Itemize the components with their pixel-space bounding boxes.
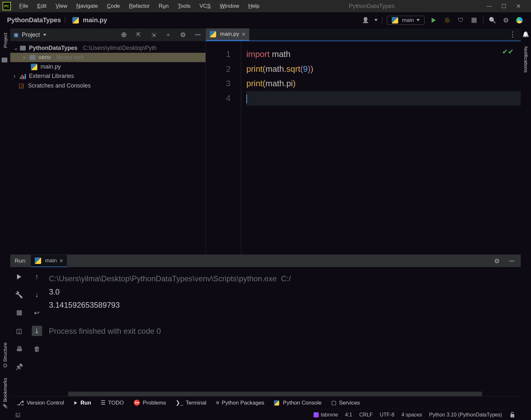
separator	[483, 16, 483, 24]
project-tool-button[interactable]: Project	[3, 31, 8, 50]
menu-refactor[interactable]: Refactor	[125, 2, 153, 11]
folder-icon	[30, 55, 35, 60]
print-icon[interactable]	[14, 344, 24, 354]
scroll-to-end-icon[interactable]	[32, 326, 42, 336]
run-settings-icon[interactable]	[492, 257, 501, 266]
menu-vcs[interactable]: VCS	[196, 2, 215, 11]
settings-icon[interactable]	[501, 16, 510, 25]
expand-all-icon[interactable]	[134, 30, 143, 39]
menu-tools[interactable]: Tools	[174, 2, 195, 11]
services-tool-button[interactable]: ▢Services	[331, 399, 360, 406]
run-tool-button[interactable]: Run	[74, 400, 91, 406]
pycharm-logo: PC	[3, 2, 11, 10]
console-scrollbar[interactable]	[68, 392, 482, 396]
python-interpreter[interactable]: Python 3.10 (PythonDataTypes)	[429, 412, 502, 418]
project-view-dropdown-icon[interactable]	[43, 34, 46, 36]
tabnine-widget[interactable]: tabnıne	[314, 412, 338, 418]
user-icon[interactable]	[361, 16, 370, 25]
console-output[interactable]: C:\Users\yilma\Desktop\PythonDataTypes\v…	[46, 267, 521, 392]
tree-scratches[interactable]: ◲ Scratches and Consoles	[10, 81, 206, 90]
layout-icon[interactable]	[14, 326, 24, 336]
editor-tab-main[interactable]: main.py	[206, 28, 249, 41]
tree-external-libs[interactable]: › External Libraries	[10, 71, 206, 81]
coverage-button[interactable]	[456, 16, 465, 25]
up-stack-icon[interactable]	[32, 272, 42, 282]
line-number: 1	[206, 47, 231, 62]
problems-tool-button[interactable]: Problems	[133, 399, 166, 406]
tree-venv[interactable]: › venv library root	[10, 53, 206, 62]
project-pane-title[interactable]: Project	[22, 32, 40, 38]
edit-run-config-icon[interactable]	[14, 290, 24, 300]
search-everywhere-icon[interactable]	[488, 16, 497, 25]
tab-close-icon[interactable]	[242, 31, 246, 38]
debug-button[interactable]	[443, 16, 452, 25]
window-minimize[interactable]: —	[487, 3, 492, 10]
project-settings-icon[interactable]	[179, 30, 188, 39]
down-stack-icon[interactable]	[32, 290, 42, 300]
run-tab-close-icon[interactable]	[60, 257, 63, 265]
run-hide-icon[interactable]	[507, 257, 516, 266]
window-maximize[interactable]: ☐	[501, 3, 507, 10]
python-packages-button[interactable]: Python Packages	[216, 400, 264, 406]
stop-button[interactable]	[470, 16, 479, 25]
bookmarks-tool-button[interactable]: Bookmarks	[2, 376, 8, 411]
tree-main-file[interactable]: main.py	[10, 62, 206, 71]
read-only-lock-icon[interactable]	[509, 412, 516, 418]
vcs-tool-button[interactable]: Version Control	[17, 399, 64, 407]
code-line-1: import math	[246, 47, 521, 62]
status-tool-windows-icon[interactable]: ◱	[15, 412, 20, 418]
menu-view[interactable]: View	[52, 2, 71, 11]
python-file-icon	[31, 64, 37, 70]
indent-setting[interactable]: 4 spaces	[401, 412, 422, 418]
menu-file[interactable]: FFileile	[15, 2, 32, 11]
hide-pane-icon[interactable]	[193, 30, 202, 39]
terminal-tool-button[interactable]: Terminal	[176, 399, 206, 406]
line-separator[interactable]: CRLF	[359, 412, 373, 418]
menu-code[interactable]: Code	[103, 2, 124, 11]
clear-all-icon[interactable]	[32, 344, 42, 354]
code-line-2: print(math.sqrt(9))	[246, 62, 521, 77]
pin-icon[interactable]	[14, 362, 24, 372]
code-area[interactable]: import math print(math.sqrt(9)) print(ma…	[241, 41, 521, 255]
todo-tool-button[interactable]: TODO	[101, 399, 124, 406]
jetbrains-toolbox-icon[interactable]	[515, 16, 524, 25]
folder-icon[interactable]	[2, 58, 7, 62]
run-config-selector[interactable]: main	[387, 16, 425, 25]
stop-process-icon[interactable]	[14, 308, 24, 318]
file-encoding[interactable]: UTF-8	[380, 412, 394, 418]
cursor-position[interactable]: 4:1	[345, 412, 352, 418]
inspections-ok-icon[interactable]: ✔✔	[502, 48, 514, 56]
tree-root[interactable]: ⌄ PythonDataTypes C:\Users\yilma\Desktop…	[10, 43, 206, 53]
tree-root-path: C:\Users\yilma\Desktop\Pyth	[83, 45, 157, 51]
soft-wrap-icon[interactable]	[32, 308, 42, 318]
structure-tool-button[interactable]: Structure	[2, 341, 8, 369]
python-file-icon	[72, 17, 79, 23]
menu-help[interactable]: Help	[244, 2, 263, 11]
code-line-3: print(math.pi)	[246, 76, 521, 91]
menu-window[interactable]: Window	[216, 2, 243, 11]
user-dropdown-icon[interactable]	[374, 19, 378, 21]
show-options-icon[interactable]	[164, 30, 173, 39]
notifications-bell-icon[interactable]	[522, 31, 529, 38]
status-bar: ◱ tabnıne 4:1 CRLF UTF-8 4 spaces Python…	[10, 409, 521, 420]
run-side-toolbar	[10, 267, 46, 392]
editor-tab-options-icon[interactable]	[505, 28, 521, 41]
console-exit: Process finished with exit code 0	[49, 327, 161, 335]
nav-bar: PythonDataTypes 〉 main.py main	[0, 12, 531, 28]
window-close[interactable]: ✕	[516, 3, 522, 10]
breadcrumb-project[interactable]: PythonDataTypes	[7, 16, 61, 24]
python-console-button[interactable]: Python Console	[274, 400, 322, 406]
menu-edit[interactable]: Edit	[33, 2, 50, 11]
rerun-button[interactable]	[14, 272, 24, 282]
collapse-all-icon[interactable]	[149, 30, 158, 39]
separator	[382, 16, 382, 24]
select-opened-file-icon[interactable]	[119, 30, 128, 39]
menu-run[interactable]: Run	[155, 2, 172, 11]
editor-body[interactable]: 1 2 3 4 import math print(math.sqrt(9)) …	[206, 41, 521, 255]
run-tab[interactable]: main	[31, 255, 67, 267]
menu-navigate[interactable]: Navigate	[72, 2, 102, 11]
breadcrumb-file[interactable]: main.py	[83, 16, 107, 24]
notifications-tool-button[interactable]: Notifications	[523, 44, 529, 75]
run-button[interactable]	[429, 16, 438, 25]
tree-venv-name: venv	[39, 54, 51, 61]
